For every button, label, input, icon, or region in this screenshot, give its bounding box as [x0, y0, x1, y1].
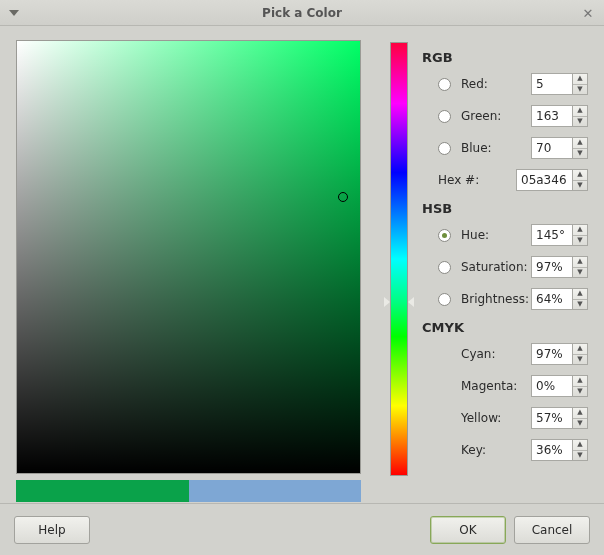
spin-up-icon[interactable]: ▲ — [573, 289, 587, 300]
radio-blue[interactable] — [438, 142, 451, 155]
hsb-heading: HSB — [422, 201, 588, 216]
spin-green: ▲▼ — [531, 105, 588, 127]
help-button[interactable]: Help — [14, 516, 90, 544]
color-swatches — [16, 480, 361, 502]
radio-brightness[interactable] — [438, 293, 451, 306]
spin-up-icon[interactable]: ▲ — [573, 408, 587, 419]
label-hex: Hex #: — [438, 173, 516, 187]
spin-down-icon[interactable]: ▼ — [573, 181, 587, 191]
label-red: Red: — [461, 77, 531, 91]
spin-down-icon[interactable]: ▼ — [573, 451, 587, 461]
close-icon[interactable]: ✕ — [578, 3, 598, 23]
spin-key: ▲▼ — [531, 439, 588, 461]
saturation-brightness-field[interactable] — [16, 40, 361, 474]
input-green[interactable] — [531, 105, 573, 127]
spin-up-icon[interactable]: ▲ — [573, 344, 587, 355]
label-yellow: Yellow: — [461, 411, 531, 425]
spin-brightness: ▲▼ — [531, 288, 588, 310]
input-red[interactable] — [531, 73, 573, 95]
input-blue[interactable] — [531, 137, 573, 159]
radio-hue[interactable] — [438, 229, 451, 242]
label-hue: Hue: — [461, 228, 531, 242]
input-brightness[interactable] — [531, 288, 573, 310]
spin-saturation: ▲▼ — [531, 256, 588, 278]
hue-indicator-left-icon — [384, 297, 390, 307]
spin-down-icon[interactable]: ▼ — [573, 387, 587, 397]
spin-down-icon[interactable]: ▼ — [573, 300, 587, 310]
label-cyan: Cyan: — [461, 347, 531, 361]
spin-down-icon[interactable]: ▼ — [573, 117, 587, 127]
input-saturation[interactable] — [531, 256, 573, 278]
label-green: Green: — [461, 109, 531, 123]
radio-red[interactable] — [438, 78, 451, 91]
spin-up-icon[interactable]: ▲ — [573, 106, 587, 117]
input-magenta[interactable] — [531, 375, 573, 397]
spin-down-icon[interactable]: ▼ — [573, 268, 587, 278]
rgb-heading: RGB — [422, 50, 588, 65]
dialog-button-bar: Help OK Cancel — [0, 503, 604, 555]
swatch-current[interactable] — [16, 480, 189, 502]
hue-slider[interactable] — [390, 42, 408, 476]
label-magenta: Magenta: — [461, 379, 531, 393]
spin-down-icon[interactable]: ▼ — [573, 236, 587, 246]
ok-button[interactable]: OK — [430, 516, 506, 544]
spin-up-icon[interactable]: ▲ — [573, 74, 587, 85]
radio-saturation[interactable] — [438, 261, 451, 274]
hue-indicator-right-icon — [408, 297, 414, 307]
spin-down-icon[interactable]: ▼ — [573, 85, 587, 95]
window-title: Pick a Color — [0, 6, 604, 20]
label-key: Key: — [461, 443, 531, 457]
input-yellow[interactable] — [531, 407, 573, 429]
window-menu-icon[interactable] — [4, 3, 24, 23]
label-saturation: Saturation: — [461, 260, 531, 274]
spin-up-icon[interactable]: ▲ — [573, 376, 587, 387]
spin-up-icon[interactable]: ▲ — [573, 440, 587, 451]
sv-cursor[interactable] — [338, 192, 348, 202]
input-key[interactable] — [531, 439, 573, 461]
value-panel: RGB Red: ▲▼ Green: ▲▼ Blue: ▲▼ — [422, 40, 588, 502]
cancel-button[interactable]: Cancel — [514, 516, 590, 544]
swatch-previous[interactable] — [189, 480, 362, 502]
radio-green[interactable] — [438, 110, 451, 123]
spin-blue: ▲▼ — [531, 137, 588, 159]
input-cyan[interactable] — [531, 343, 573, 365]
spin-down-icon[interactable]: ▼ — [573, 419, 587, 429]
spin-yellow: ▲▼ — [531, 407, 588, 429]
label-blue: Blue: — [461, 141, 531, 155]
spin-up-icon[interactable]: ▲ — [573, 257, 587, 268]
spin-up-icon[interactable]: ▲ — [573, 170, 587, 181]
input-hex[interactable] — [516, 169, 573, 191]
spin-up-icon[interactable]: ▲ — [573, 225, 587, 236]
spin-hue: ▲▼ — [531, 224, 588, 246]
spin-magenta: ▲▼ — [531, 375, 588, 397]
spin-up-icon[interactable]: ▲ — [573, 138, 587, 149]
spin-down-icon[interactable]: ▼ — [573, 355, 587, 365]
spin-down-icon[interactable]: ▼ — [573, 149, 587, 159]
label-brightness: Brightness: — [461, 292, 531, 306]
titlebar: Pick a Color ✕ — [0, 0, 604, 26]
spin-cyan: ▲▼ — [531, 343, 588, 365]
cmyk-heading: CMYK — [422, 320, 588, 335]
spin-hex: ▲▼ — [516, 169, 588, 191]
spin-red: ▲▼ — [531, 73, 588, 95]
input-hue[interactable] — [531, 224, 573, 246]
